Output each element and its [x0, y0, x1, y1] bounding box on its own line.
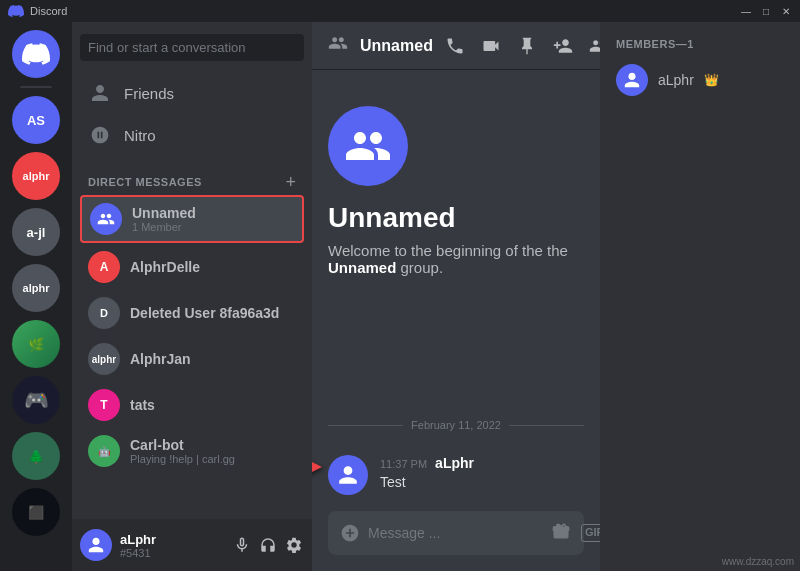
toggle-members-button[interactable] — [589, 36, 600, 56]
dm-info-alphrdelle: AlphrDelle — [130, 259, 200, 275]
dm-name-unnamed: Unnamed — [132, 205, 196, 221]
dm-item-alphrdelle[interactable]: A AlphrDelle — [80, 245, 304, 289]
friends-label: Friends — [124, 85, 174, 102]
channels-sidebar: Find or start a conversation Friends Ni — [72, 22, 312, 571]
chat-body: Unnamed Welcome to the beginning of the … — [312, 70, 600, 511]
dm-name-alphrdelle: AlphrDelle — [130, 259, 200, 275]
message-header: 11:37 PM aLphr — [380, 455, 584, 471]
server-icon-ajl[interactable]: a-jl — [12, 208, 60, 256]
member-avatar-alphr — [616, 64, 648, 96]
add-dm-button[interactable]: + — [285, 173, 296, 191]
dm-item-deleted[interactable]: D Deleted User 8fa96a3d — [80, 291, 304, 335]
minimize-button[interactable]: — — [740, 5, 752, 17]
date-divider: February 11, 2022 — [328, 419, 584, 431]
server-icon-alphr1[interactable]: alphr — [12, 152, 60, 200]
dm-item-alphrjan[interactable]: alphr AlphrJan — [80, 337, 304, 381]
discord-logo-icon — [8, 3, 24, 19]
dm-avatar-tats: T — [88, 389, 120, 421]
dm-avatar-deleted: D — [88, 297, 120, 329]
date-label: February 11, 2022 — [411, 419, 501, 431]
welcome-subtitle: Welcome to the beginning of the the Unna… — [328, 242, 584, 276]
welcome-title: Unnamed — [328, 202, 456, 234]
app-body: AS alphr a-jl alphr 🌿 🎮 🌲 ⬛ Find or star… — [0, 22, 800, 571]
window-controls[interactable]: — □ ✕ — [740, 5, 792, 17]
dm-name-deleted: Deleted User 8fa96a3d — [130, 305, 279, 321]
find-conversation-input[interactable]: Find or start a conversation — [80, 34, 304, 61]
message-text: Test — [380, 473, 584, 493]
dm-info-unnamed: Unnamed 1 Member — [132, 205, 196, 233]
channel-name: Unnamed — [360, 37, 433, 55]
server-icon-8[interactable]: ⬛ — [12, 488, 60, 536]
nitro-label: Nitro — [124, 127, 156, 144]
add-attachment-button[interactable] — [340, 523, 360, 543]
server-icon-5[interactable]: 🌿 — [12, 320, 60, 368]
members-sidebar: MEMBERS—1 aLphr 👑 — [600, 22, 800, 571]
member-item-alphr[interactable]: aLphr 👑 — [608, 58, 792, 102]
deafen-button[interactable] — [258, 535, 278, 555]
mute-mic-button[interactable] — [232, 535, 252, 555]
channel-type-icon — [328, 33, 348, 58]
dm-name-carlbot: Carl-bot — [130, 437, 235, 453]
dm-info-carlbot: Carl-bot Playing !help | carl.gg — [130, 437, 235, 465]
dm-avatar-unnamed — [90, 203, 122, 235]
server-icon-6[interactable]: 🎮 — [12, 376, 60, 424]
message-avatar — [328, 455, 368, 495]
server-icon-alphr2[interactable]: alphr — [12, 264, 60, 312]
dm-avatar-alphrjan: alphr — [88, 343, 120, 375]
message-content: 11:37 PM aLphr Test — [380, 455, 584, 495]
pinned-messages-button[interactable] — [517, 36, 537, 56]
discord-home-icon[interactable] — [12, 30, 60, 78]
dm-info-deleted: Deleted User 8fa96a3d — [130, 305, 279, 321]
user-info: aLphr #5431 — [120, 532, 224, 559]
dm-item-carlbot[interactable]: 🤖 Carl-bot Playing !help | carl.gg — [80, 429, 304, 473]
arrow-indicator — [312, 455, 322, 479]
dm-item-unnamed[interactable]: Unnamed 1 Member — [80, 195, 304, 243]
user-controls — [232, 535, 304, 555]
sidebar-item-friends[interactable]: Friends — [80, 73, 304, 113]
user-avatar — [80, 529, 112, 561]
dm-header-label: DIRECT MESSAGES — [88, 176, 202, 188]
message-text-input[interactable] — [368, 515, 543, 551]
start-call-button[interactable] — [445, 36, 465, 56]
dm-sub-unnamed: 1 Member — [132, 221, 196, 233]
user-panel: aLphr #5431 — [72, 519, 312, 571]
server-icon-as[interactable]: AS — [12, 96, 60, 144]
send-gift-button[interactable] — [551, 521, 571, 546]
title-bar: Discord — □ ✕ — [0, 0, 800, 22]
user-tag: #5431 — [120, 547, 224, 559]
members-header: MEMBERS—1 — [608, 38, 792, 50]
chat-welcome: Unnamed Welcome to the beginning of the … — [328, 86, 584, 419]
member-name-alphr: aLphr — [658, 72, 694, 88]
message-row: 11:37 PM aLphr Test — [328, 447, 584, 507]
dm-section-header: DIRECT MESSAGES + — [80, 157, 304, 195]
settings-button[interactable] — [284, 535, 304, 555]
search-bar[interactable]: Find or start a conversation — [72, 22, 312, 73]
username: aLphr — [120, 532, 224, 547]
welcome-avatar — [328, 106, 408, 186]
main-content: Unnamed — [312, 22, 600, 571]
message-time: 11:37 PM — [380, 458, 427, 470]
dm-avatar-alphrdelle: A — [88, 251, 120, 283]
message-author: aLphr — [435, 455, 474, 471]
add-friend-to-dm-button[interactable] — [553, 36, 573, 56]
close-button[interactable]: ✕ — [780, 5, 792, 17]
header-actions — [445, 34, 600, 58]
chat-header: Unnamed — [312, 22, 600, 70]
send-gif-button[interactable]: GIF — [581, 524, 600, 541]
dm-name-alphrjan: AlphrJan — [130, 351, 191, 367]
server-icon-7[interactable]: 🌲 — [12, 432, 60, 480]
message-input-wrapper: GIF — [328, 511, 584, 555]
nitro-icon — [88, 123, 112, 147]
dm-info-alphrjan: AlphrJan — [130, 351, 191, 367]
message-toolbar: GIF — [551, 519, 600, 547]
dm-sub-carlbot: Playing !help | carl.gg — [130, 453, 235, 465]
channel-nav: Friends Nitro DIRECT MESSAGES + — [72, 73, 312, 519]
server-sidebar: AS alphr a-jl alphr 🌿 🎮 🌲 ⬛ — [0, 22, 72, 571]
chat-message: 11:37 PM aLphr Test — [328, 451, 584, 499]
crown-icon: 👑 — [704, 73, 719, 87]
message-input-area: GIF — [312, 511, 600, 571]
maximize-button[interactable]: □ — [760, 5, 772, 17]
dm-item-tats[interactable]: T tats — [80, 383, 304, 427]
start-video-button[interactable] — [481, 36, 501, 56]
sidebar-item-nitro[interactable]: Nitro — [80, 115, 304, 155]
